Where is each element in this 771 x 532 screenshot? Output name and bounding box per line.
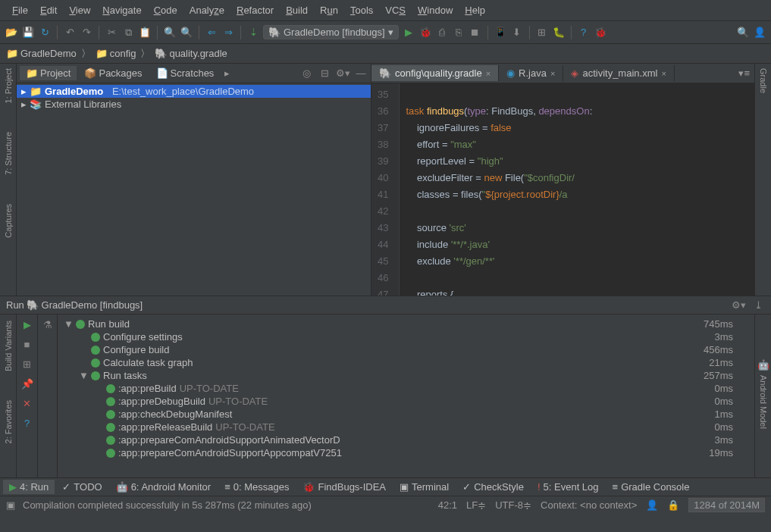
paste-icon[interactable]: 📋 [138,26,152,39]
profile-icon[interactable]: ⎙ [435,26,449,39]
replace-icon[interactable]: 🔍 [180,26,193,39]
forward-icon[interactable]: ⇒ [221,26,235,39]
save-icon[interactable]: 💾 [21,26,35,39]
tab-messages[interactable]: ≡ 0: Messages [218,480,295,494]
close-icon[interactable]: × [550,69,555,78]
findbugs-icon[interactable]: 🐛 [552,26,566,39]
run-tree-row[interactable]: :app:preDebugBuild UP-TO-DATE0ms [58,395,754,408]
project-tree-root[interactable]: ▸ 📁 GradleDemo E:\test_work_place\Gradle… [17,85,371,98]
close-icon[interactable]: × [486,69,490,78]
bug-report-icon[interactable]: 🐞 [594,26,607,39]
status-inspect-icon[interactable]: 👤 [646,499,658,511]
menu-tools[interactable]: Tools [344,2,379,19]
close-icon[interactable]: × [661,69,666,78]
debug-icon[interactable]: 🐞 [418,26,432,39]
run-tree-row[interactable]: ▼Run build745ms [58,318,754,330]
run-tree-row[interactable]: :app:prepareComAndroidSupportAnimatedVec… [58,433,754,446]
sdk-icon[interactable]: ⬇ [510,26,524,39]
status-encoding[interactable]: UTF-8≑ [495,499,531,511]
breadcrumb-folder[interactable]: 📁config [96,48,136,59]
status-caret-pos[interactable]: 42:1 [438,499,457,511]
run-tree-row[interactable]: Configure settings3ms [58,330,754,343]
tab-project[interactable]: 1: Project [4,65,13,106]
close-icon[interactable]: ✕ [20,396,34,410]
menu-navigate[interactable]: Navigate [96,2,147,19]
hide-icon[interactable]: — [354,67,368,80]
status-context[interactable]: Context: <no context> [541,499,637,511]
tab-android-monitor[interactable]: 🤖 6: Android Monitor [110,480,218,494]
tab-android-model[interactable]: Android Model [759,371,768,433]
tab-captures[interactable]: Captures [4,201,13,241]
status-toggle-icon[interactable]: ▣ [6,499,15,511]
editor-tab-quality-gradle[interactable]: 🐘config\quality.gradle× [371,65,499,81]
stop-icon[interactable]: ⏹ [469,26,482,39]
filter-icon[interactable]: ⚗ [41,318,55,331]
menu-refactor[interactable]: Refactor [230,2,280,19]
find-icon[interactable]: 🔍 [163,26,177,39]
help-icon[interactable]: ? [577,26,591,39]
tab-terminal[interactable]: ▣ Terminal [393,480,455,494]
layout-icon[interactable]: ⊞ [20,357,34,371]
menu-run[interactable]: Run [314,2,344,19]
editor-tab-r-java[interactable]: ◉R.java× [499,65,563,81]
pin-icon[interactable]: 📌 [20,377,34,390]
back-icon[interactable]: ⇐ [205,26,218,39]
search-icon[interactable]: 🔍 [736,26,750,39]
run-tree-row[interactable]: Calculate task graph21ms [58,356,754,369]
redo-icon[interactable]: ↷ [80,26,93,39]
tabs-dropdown-icon[interactable]: ▾≡ [734,67,754,79]
run-tree-row[interactable]: :app:preReleaseBuild UP-TO-DATE0ms [58,421,754,433]
hide-icon[interactable]: ⤓ [751,299,765,312]
code-content[interactable]: task findbugs(type: FindBugs, dependsOn:… [400,83,754,296]
menu-view[interactable]: View [63,2,96,19]
breadcrumb-file[interactable]: 🐘quality.gradle [155,48,227,59]
editor-tab-activity-main[interactable]: ◈activity_main.xml× [563,65,674,81]
run-icon[interactable]: ▶ [402,26,415,39]
tab-todo[interactable]: ✓ TODO [56,480,108,494]
menu-edit[interactable]: Edit [34,2,63,19]
run-config-selector[interactable]: 🐘 GradleDemo [findbugs] ▾ [263,25,399,39]
run-tree-row[interactable]: :app:checkDebugManifest1ms [58,408,754,421]
menu-analyze[interactable]: Analyze [183,2,230,19]
tab-event-log[interactable]: ! 5: Event Log [531,480,605,494]
menu-help[interactable]: Help [459,2,491,19]
project-tab-project[interactable]: 📁 Project [20,66,77,80]
make-icon[interactable]: ⇣ [246,26,260,39]
menu-code[interactable]: Code [148,2,183,19]
open-icon[interactable]: 📂 [5,26,18,39]
menu-build[interactable]: Build [280,2,314,19]
menu-vcs[interactable]: VCS [379,2,412,19]
collapse-all-icon[interactable]: ⊟ [318,67,331,80]
avd-icon[interactable]: 📱 [494,26,507,39]
tab-structure[interactable]: 7: Structure [4,129,13,178]
status-memory[interactable]: 1284 of 2014M [688,498,765,512]
run-tree-row[interactable]: :app:prepareComAndroidSupportAppcompatV7… [58,446,754,459]
menu-window[interactable]: Window [412,2,459,19]
undo-icon[interactable]: ↶ [63,26,77,39]
run-tree-row[interactable]: :app:preBuild UP-TO-DATE0ms [58,382,754,395]
cut-icon[interactable]: ✂ [105,26,118,39]
settings-icon[interactable]: ⚙▾ [336,67,349,80]
attach-icon[interactable]: ⎘ [452,26,465,39]
project-tree-external-libs[interactable]: ▸ 📚 External Libraries [17,98,371,111]
menu-file[interactable]: File [6,2,34,19]
copy-icon[interactable]: ⧉ [121,26,135,39]
sync-icon[interactable]: ↻ [38,26,52,39]
stop-icon[interactable]: ■ [20,337,34,351]
run-tree-row[interactable]: Configure build456ms [58,343,754,356]
chevron-right-icon[interactable]: ▸ [221,67,233,79]
scroll-from-source-icon[interactable]: ◎ [299,67,313,80]
tab-gradle-console[interactable]: ≡ Gradle Console [606,480,696,494]
tab-checkstyle[interactable]: ✓ CheckStyle [456,480,530,494]
code-area[interactable]: 35363738394041424344454647 task findbugs… [371,83,754,296]
status-line-sep[interactable]: LF≑ [466,499,486,511]
run-tree-row[interactable]: ▼Run tasks257ms [58,369,754,382]
tab-gradle[interactable]: Gradle [759,64,768,98]
project-tab-packages[interactable]: 📦 Packages [78,66,148,80]
tab-build-variants[interactable]: Build Variants [4,318,13,374]
user-icon[interactable]: 👤 [753,26,766,39]
rerun-icon[interactable]: ▶ [20,318,34,331]
tab-run[interactable]: ▶4: Run [3,480,55,494]
status-lock-icon[interactable]: 🔒 [667,499,679,511]
project-tab-scratches[interactable]: 📄 Scratches [150,66,221,80]
